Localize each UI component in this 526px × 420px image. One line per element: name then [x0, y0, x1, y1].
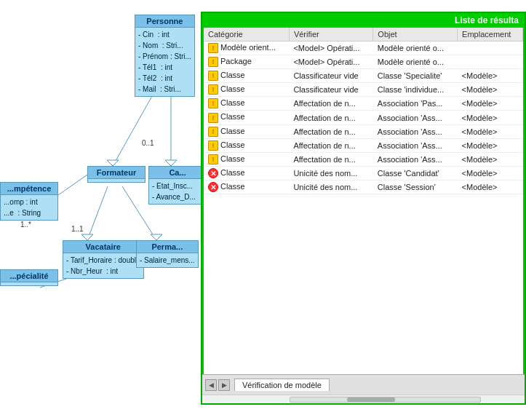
- specialite-body: [1, 282, 57, 285]
- vacataire-class[interactable]: Vacataire - Tarif_Horaire : double - Nbr…: [63, 240, 144, 279]
- scrollbar-thumb: [347, 397, 394, 402]
- cell-verifier: <Model> Opérati...: [289, 55, 372, 69]
- personne-class[interactable]: Personne - Cin : int - Nom : Stri... - P…: [135, 15, 195, 97]
- table-row[interactable]: !Modèle orient...<Model> Opérati...Modèl…: [204, 41, 523, 55]
- cell-emplacement: <Modèle>: [458, 138, 523, 152]
- scrollbar-area: [202, 395, 525, 403]
- warning-icon: !: [208, 43, 218, 53]
- vacataire-body: - Tarif_Horaire : double - Nbr_Heur : in…: [63, 253, 143, 278]
- cell-emplacement: [458, 41, 523, 55]
- cell-verifier: Classificateur vide: [289, 83, 372, 97]
- permanente-header: Perma...: [137, 241, 198, 253]
- cell-emplacement: [458, 55, 523, 69]
- table-row[interactable]: ✕ClasseUnicité des nom...Classe 'Session…: [204, 180, 523, 194]
- cell-objet: Association 'Ass...: [373, 152, 458, 166]
- cell-verifier: Unicité des nom...: [289, 166, 372, 180]
- results-table-container: Catégorie Vérifier Objet Emplacement !Mo…: [204, 28, 523, 374]
- cell-verifier: Affectation de n...: [289, 152, 372, 166]
- cell-objet: Association 'Ass...: [373, 111, 458, 124]
- competence-header: ...mpétence: [1, 183, 57, 195]
- cell-emplacement: <Modèle>: [458, 83, 523, 97]
- nav-right-btn[interactable]: ▶: [218, 379, 230, 391]
- cell-categorie: !Package: [204, 55, 289, 69]
- svg-line-4: [87, 186, 108, 240]
- cell-verifier: Unicité des nom...: [289, 180, 372, 194]
- cell-objet: Association 'Ass...: [373, 124, 458, 138]
- cell-categorie: !Classe: [204, 69, 289, 83]
- svg-line-8: [58, 175, 87, 195]
- col-verifier: Vérifier: [289, 28, 372, 41]
- competence-body: ...omp : int ...e : String: [1, 195, 57, 220]
- table-header-row: Catégorie Vérifier Objet Emplacement: [204, 28, 523, 41]
- cell-emplacement: <Modèle>: [458, 69, 523, 83]
- formateur-header: Formateur: [88, 167, 145, 179]
- cell-emplacement: <Modèle>: [458, 152, 523, 166]
- candidat-body: - Etat_Insc... - Avance_D...: [149, 179, 206, 204]
- warning-icon: !: [208, 154, 218, 165]
- col-emplacement: Emplacement: [458, 28, 523, 41]
- results-title: Liste de résulta: [202, 13, 525, 28]
- candidat-header: Ca...: [149, 167, 206, 179]
- col-categorie: Catégorie: [204, 28, 289, 41]
- svg-marker-5: [81, 234, 93, 240]
- cell-categorie: !Modèle orient...: [204, 41, 289, 55]
- cell-categorie: !Classe: [204, 152, 289, 166]
- svg-text:1..*: 1..*: [20, 221, 31, 229]
- svg-marker-7: [151, 234, 162, 240]
- candidat-class[interactable]: Ca... - Etat_Insc... - Avance_D...: [148, 166, 207, 205]
- cell-verifier: Affectation de n...: [289, 124, 372, 138]
- warning-icon: !: [208, 140, 218, 151]
- specialite-header: ...pécialité: [1, 270, 57, 282]
- table-row[interactable]: ✕ClasseUnicité des nom...Classe 'Candida…: [204, 166, 523, 180]
- results-bottom-bar: ◀ ▶ Vérification de modèle: [202, 374, 525, 395]
- cell-objet: Classe 'individue...: [373, 83, 458, 97]
- warning-icon: !: [208, 57, 218, 67]
- cell-categorie: ✕Classe: [204, 180, 289, 194]
- cell-objet: Classe 'Candidat': [373, 166, 458, 180]
- results-panel: Liste de résulta Catégorie Vérifier Obje…: [201, 12, 526, 405]
- vacataire-header: Vacataire: [63, 241, 143, 253]
- personne-body: - Cin : int - Nom : Stri... - Prénom : S…: [135, 28, 194, 96]
- table-row[interactable]: !ClasseAffectation de n...Association 'A…: [204, 152, 523, 166]
- cell-objet: Association 'Pas...: [373, 97, 458, 111]
- permanente-class[interactable]: Perma... - Salaire_mens...: [136, 240, 199, 268]
- cell-emplacement: <Modèle>: [458, 180, 523, 194]
- table-row[interactable]: !ClasseAffectation de n...Association 'A…: [204, 124, 523, 138]
- cell-categorie: !Classe: [204, 111, 289, 124]
- warning-icon: !: [208, 84, 218, 95]
- svg-marker-3: [165, 160, 177, 166]
- cell-objet: Modèle orienté o...: [373, 55, 458, 69]
- warning-icon: !: [208, 127, 218, 137]
- cell-objet: Classe 'Session': [373, 180, 458, 194]
- cell-verifier: Affectation de n...: [289, 111, 372, 124]
- col-objet: Objet: [373, 28, 458, 41]
- error-icon: ✕: [208, 168, 218, 178]
- table-row[interactable]: !ClasseAffectation de n...Association 'A…: [204, 111, 523, 124]
- cell-verifier: Classificateur vide: [289, 69, 372, 83]
- table-row[interactable]: !ClasseClassificateur videClasse 'Specia…: [204, 69, 523, 83]
- table-row[interactable]: !ClasseAffectation de n...Association 'P…: [204, 97, 523, 111]
- tab-verification[interactable]: Vérification de modèle: [234, 379, 330, 391]
- warning-icon: !: [208, 98, 218, 108]
- cell-emplacement: <Modèle>: [458, 166, 523, 180]
- svg-text:1..1: 1..1: [71, 225, 84, 233]
- table-row[interactable]: !ClasseAffectation de n...Association 'A…: [204, 138, 523, 152]
- svg-marker-1: [107, 160, 119, 166]
- formateur-class[interactable]: Formateur: [87, 166, 146, 183]
- cell-emplacement: <Modèle>: [458, 97, 523, 111]
- cell-categorie: ✕Classe: [204, 166, 289, 180]
- cell-emplacement: <Modèle>: [458, 111, 523, 124]
- cell-verifier: <Model> Opérati...: [289, 41, 372, 55]
- nav-left-btn[interactable]: ◀: [205, 379, 217, 391]
- svg-text:0..1: 0..1: [142, 139, 154, 147]
- permanente-body: - Salaire_mens...: [137, 253, 198, 267]
- cell-categorie: !Classe: [204, 83, 289, 97]
- horizontal-scrollbar[interactable]: [290, 397, 481, 403]
- competence-class[interactable]: ...mpétence ...omp : int ...e : String: [0, 182, 58, 221]
- table-row[interactable]: !ClasseClassificateur videClasse 'indivi…: [204, 83, 523, 97]
- table-row[interactable]: !Package<Model> Opérati...Modèle orienté…: [204, 55, 523, 69]
- cell-verifier: Affectation de n...: [289, 97, 372, 111]
- specialite-class[interactable]: ...pécialité: [0, 269, 58, 286]
- cell-categorie: !Classe: [204, 97, 289, 111]
- cell-categorie: !Classe: [204, 124, 289, 138]
